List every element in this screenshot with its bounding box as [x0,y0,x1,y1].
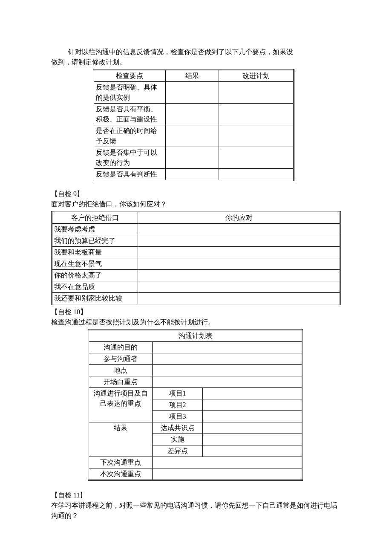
communication-plan-table: 沟通计划表 沟通的目的 参与沟通者 地点 开场白重点 沟通进行项目及自己表达的重… [88,329,303,481]
table-row: 反馈是否明确、具体的提供实例 [94,82,294,104]
cell-plan [219,104,294,125]
row-value [153,468,303,480]
cell-response [138,281,340,293]
intro-line-2: 做到，请制定修改计划。 [51,57,341,67]
row-value [153,365,303,376]
row-value [153,457,303,468]
cell-plan [219,125,294,147]
row-value [203,399,303,411]
cell-result [165,104,219,125]
sub-label: 项目3 [153,411,203,422]
table-row: 反馈是否具有平衡、积极、正面与建设性 [94,104,294,125]
cell-checkpoint: 反馈是否具有判断性 [94,169,166,181]
section-11-heading: 【自检 11】 [51,490,341,500]
table-row: 反馈是否集中于可以改变的行为 [94,147,294,169]
cell-response [138,270,340,281]
sub-label: 达成共识点 [153,422,203,434]
table-row: 下次沟通重点 [89,457,303,468]
table-title-row: 沟通计划表 [89,330,303,342]
section-11-text: 在学习本讲课程之前，对照一些常见的电话沟通习惯，请你先回想一下自己通常是如何进行… [51,500,341,521]
spacer [51,483,341,490]
row-label: 参与沟通者 [89,353,153,365]
row-value [203,422,303,434]
cell-excuse: 我不在意品质 [52,281,138,293]
document-page: 针对以往沟通中的信息反馈情况，检查你是否做到了以下几个要点，如果没 做到，请制定… [0,0,392,540]
table-row: 我要考虑考虑 [52,224,340,235]
sub-label: 项目1 [153,388,203,399]
cell-response [138,224,340,235]
row-value [153,342,303,353]
cell-result [165,82,219,104]
table-row: 沟通进行项目及自己表达的重点 项目1 [89,388,303,399]
cell-excuse: 现在生意不景气 [52,258,138,270]
table-row: 现在生意不景气 [52,258,340,270]
cell-plan [219,82,294,104]
cell-result [165,169,219,181]
col-header-excuse: 客户的拒绝借口 [52,212,138,224]
cell-excuse: 我要和老板商量 [52,247,138,258]
table-row: 本次沟通重点 [89,468,303,480]
table-row: 我不在意品质 [52,281,340,293]
table-title: 沟通计划表 [89,330,303,342]
cell-response [138,293,340,305]
table-row: 反馈是否具有判断性 [94,169,294,181]
cell-excuse: 我还要和别家比较比较 [52,293,138,305]
section-9-heading: 【自检 9】 [51,189,341,199]
intro-paragraph: 针对以往沟通中的信息反馈情况，检查你是否做到了以下几个要点，如果没 做到，请制定… [51,47,341,67]
row-value [203,434,303,445]
table-row: 是否在正确的时间给予反馈 [94,125,294,147]
row-label: 本次沟通重点 [89,468,153,480]
table-row: 你的价格太高了 [52,270,340,281]
col-header-checkpoint: 检查要点 [94,70,166,82]
table-header-row: 客户的拒绝借口 你的应对 [52,212,340,224]
cell-plan [219,147,294,169]
sub-label: 差异点 [153,445,203,457]
row-label: 下次沟通重点 [89,457,153,468]
table-row: 地点 [89,365,303,376]
table-row: 沟通的目的 [89,342,303,353]
cell-checkpoint: 是否在正确的时间给予反馈 [94,125,166,147]
table-row: 我还要和别家比较比较 [52,293,340,305]
row-label: 结果 [89,422,153,457]
row-value [153,353,303,365]
table-row: 我要和老板商量 [52,247,340,258]
table-row: 开场白重点 [89,376,303,388]
cell-checkpoint: 反馈是否具有平衡、积极、正面与建设性 [94,104,166,125]
col-header-plan: 改进计划 [219,70,294,82]
cell-excuse: 你的价格太高了 [52,270,138,281]
row-label: 开场白重点 [89,376,153,388]
feedback-check-table: 检查要点 结果 改进计划 反馈是否明确、具体的提供实例 反馈是否具有平衡、积极、… [93,69,294,181]
table-row: 我们的预算已经完了 [52,235,340,247]
row-value [203,388,303,399]
cell-plan [219,169,294,181]
cell-excuse: 我们的预算已经完了 [52,235,138,247]
row-label: 沟通的目的 [89,342,153,353]
cell-response [138,247,340,258]
cell-result [165,125,219,147]
table-row: 结果 达成共识点 [89,422,303,434]
cell-checkpoint: 反馈是否集中于可以改变的行为 [94,147,166,169]
cell-checkpoint: 反馈是否明确、具体的提供实例 [94,82,166,104]
col-header-response: 你的应对 [138,212,340,224]
table-row: 参与沟通者 [89,353,303,365]
sub-label: 项目2 [153,399,203,411]
row-value [203,411,303,422]
table-header-row: 检查要点 结果 改进计划 [94,70,294,82]
row-label: 地点 [89,365,153,376]
section-10-heading: 【自检 10】 [51,307,341,317]
col-header-result: 结果 [165,70,219,82]
cell-excuse: 我要考虑考虑 [52,224,138,235]
section-10-text: 检查沟通过程是否按照计划及为什么不能按计划进行。 [51,317,341,327]
cell-response [138,235,340,247]
row-value [203,445,303,457]
row-value [153,376,303,388]
cell-result [165,147,219,169]
cell-response [138,258,340,270]
section-9-text: 面对客户的拒绝借口，你该如何应对？ [51,199,341,209]
rejection-response-table: 客户的拒绝借口 你的应对 我要考虑考虑 我们的预算已经完了 我要和老板商量 现在… [51,211,341,305]
sub-label: 实施 [153,434,203,445]
intro-line-1: 针对以往沟通中的信息反馈情况，检查你是否做到了以下几个要点，如果没 [51,47,341,57]
row-label: 沟通进行项目及自己表达的重点 [89,388,153,422]
